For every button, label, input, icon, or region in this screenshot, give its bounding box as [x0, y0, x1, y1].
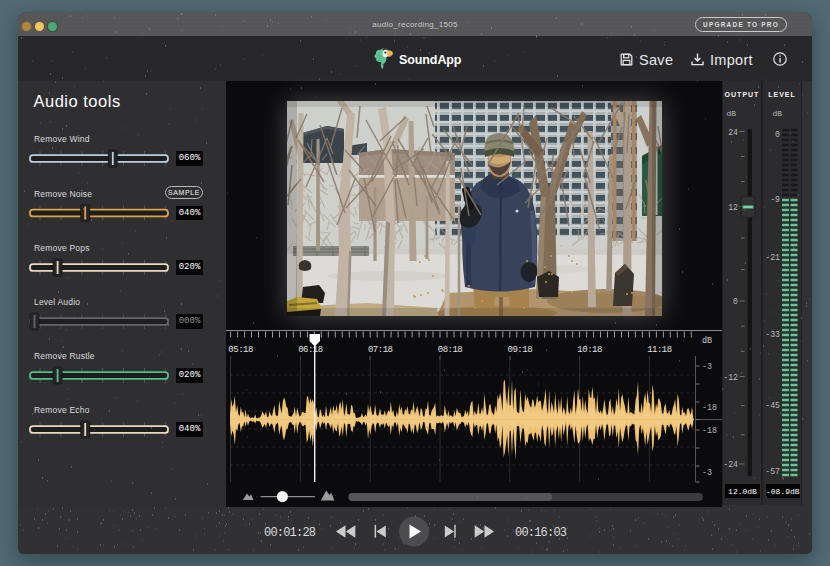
svg-text:-21: -21: [765, 253, 780, 262]
svg-text:10:18: 10:18: [577, 345, 602, 355]
svg-text:-33: -33: [765, 330, 780, 339]
svg-text:08:18: 08:18: [438, 345, 463, 355]
svg-text:-45: -45: [765, 401, 780, 410]
svg-text:-3: -3: [702, 362, 712, 372]
svg-text:-57: -57: [765, 467, 780, 476]
svg-text:05:18: 05:18: [228, 345, 253, 355]
svg-text:-18: -18: [702, 426, 717, 436]
svg-text:dB: dB: [702, 336, 712, 346]
svg-text:11:18: 11:18: [647, 345, 672, 355]
svg-text:12: 12: [728, 203, 738, 212]
svg-text:07:18: 07:18: [368, 345, 393, 355]
svg-text:0: 0: [733, 297, 738, 306]
svg-text:09:18: 09:18: [508, 345, 533, 355]
svg-text:-18: -18: [702, 403, 717, 413]
svg-text:-9: -9: [770, 195, 780, 204]
svg-text:-3: -3: [702, 468, 712, 478]
svg-text:24: 24: [728, 128, 738, 137]
svg-text:-12: -12: [723, 373, 738, 382]
svg-text:0: 0: [775, 130, 780, 139]
svg-text:-24: -24: [723, 460, 738, 469]
svg-text:06:18: 06:18: [298, 345, 323, 355]
